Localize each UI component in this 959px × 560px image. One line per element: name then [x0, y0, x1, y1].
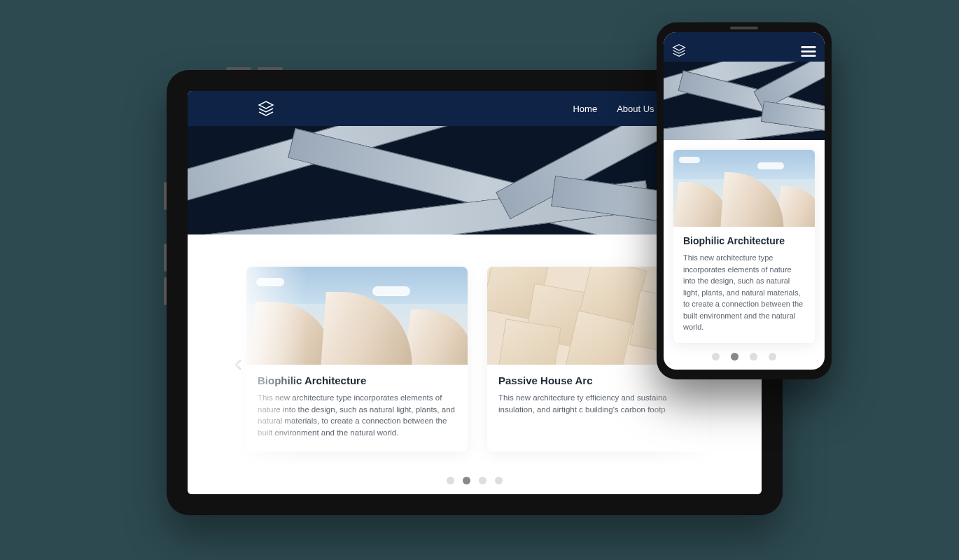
card-title: re: [188, 374, 216, 386]
card-description: tes technology into oT, and data analysi…: [188, 392, 216, 415]
card-image: [246, 267, 468, 365]
carousel-pagination-mobile: [673, 353, 815, 360]
card-title: Biophilic Architecture: [258, 374, 456, 386]
navbar-mobile: [664, 32, 825, 62]
svg-rect-3: [801, 50, 816, 52]
tablet-hw-button: [164, 182, 167, 210]
carousel-dot-1[interactable]: [712, 353, 720, 360]
card-description: This new architecture type incorporates …: [683, 252, 805, 333]
carousel-mobile: Biophilic Architecture This new architec…: [664, 140, 825, 370]
card-title: Biophilic Architecture: [683, 235, 805, 246]
nav-link-about-us[interactable]: About Us: [617, 104, 654, 114]
carousel-dot-3[interactable]: [750, 353, 757, 360]
hamburger-icon: [801, 46, 816, 57]
phone-speaker: [730, 27, 758, 29]
carousel-dot-3[interactable]: [479, 477, 486, 484]
hero-image-mobile: [664, 62, 825, 140]
phone-screen: Biophilic Architecture This new architec…: [664, 32, 825, 370]
carousel-dot-4[interactable]: [769, 353, 776, 360]
svg-rect-2: [801, 46, 816, 48]
svg-marker-1: [673, 45, 685, 50]
card-image: [673, 150, 815, 227]
card-description: This new architecture ty efficiency and …: [498, 392, 697, 415]
carousel-card-active[interactable]: Biophilic Architecture This new architec…: [246, 267, 468, 451]
svg-marker-0: [259, 102, 273, 108]
logo-icon: [258, 100, 274, 117]
svg-rect-4: [801, 55, 816, 57]
card-image: [188, 267, 227, 365]
tablet-hw-button: [164, 277, 167, 305]
carousel-dot-1[interactable]: [447, 477, 454, 484]
carousel-dot-2[interactable]: [463, 477, 470, 484]
tablet-hw-button: [164, 244, 167, 272]
phone-device-frame: Biophilic Architecture This new architec…: [657, 22, 832, 379]
nav-link-home[interactable]: Home: [573, 104, 597, 114]
logo-icon: [672, 43, 686, 57]
carousel-card-active[interactable]: Biophilic Architecture This new architec…: [673, 150, 815, 343]
carousel-card[interactable]: re tes technology into oT, and data anal…: [188, 267, 227, 451]
carousel-pagination: [188, 477, 762, 484]
card-description: This new architecture type incorporates …: [258, 392, 456, 439]
tablet-hw-button: [258, 67, 283, 70]
carousel-dot-4[interactable]: [495, 477, 503, 484]
carousel-dot-2[interactable]: [731, 353, 738, 360]
tablet-hw-button: [226, 67, 251, 70]
menu-button[interactable]: [801, 46, 816, 57]
